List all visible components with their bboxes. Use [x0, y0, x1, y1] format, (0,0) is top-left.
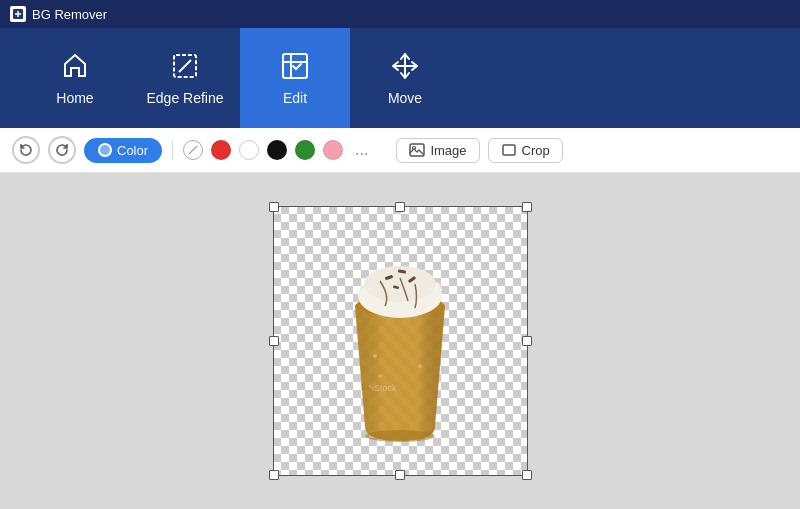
edge-refine-icon [169, 50, 201, 82]
app-icon [10, 6, 26, 22]
svg-rect-6 [503, 145, 515, 155]
nav-move-label: Move [388, 90, 422, 106]
image-button-label: Image [430, 143, 466, 158]
undo-button[interactable] [12, 136, 40, 164]
color-swatch-green[interactable] [295, 140, 315, 160]
more-colors-label: ... [355, 141, 368, 158]
redo-button[interactable] [48, 136, 76, 164]
svg-point-16 [418, 364, 422, 368]
color-button-label: Color [117, 143, 148, 158]
color-button-icon [98, 143, 112, 157]
edit-icon [279, 50, 311, 82]
more-colors-button[interactable]: ... [351, 139, 372, 161]
svg-point-14 [373, 354, 377, 358]
color-swatch-red[interactable] [211, 140, 231, 160]
nav-edit-label: Edit [283, 90, 307, 106]
nav-home[interactable]: Home [20, 28, 130, 128]
color-swatch-pink[interactable] [323, 140, 343, 160]
title-bar: BG Remover [0, 0, 800, 28]
svg-point-19 [365, 430, 435, 442]
home-icon [59, 50, 91, 82]
image-button[interactable]: Image [396, 138, 479, 163]
canvas-area: iStock [0, 173, 800, 509]
nav-home-label: Home [56, 90, 93, 106]
image-icon [409, 143, 425, 157]
svg-text:iStock: iStock [372, 383, 397, 393]
color-button[interactable]: Color [84, 138, 162, 163]
no-color-swatch[interactable] [183, 140, 203, 160]
crop-button[interactable]: Crop [488, 138, 563, 163]
nav-move[interactable]: Move [350, 28, 460, 128]
svg-rect-4 [410, 144, 424, 156]
nav-bar: Home Edge Refine Edit Move [0, 28, 800, 128]
nav-edge-refine-label: Edge Refine [146, 90, 223, 106]
nav-edit[interactable]: Edit [240, 28, 350, 128]
toolbar-divider-1 [172, 140, 173, 160]
svg-line-3 [189, 146, 197, 154]
toolbar: Color ... Image Crop [0, 128, 800, 173]
crop-button-label: Crop [522, 143, 550, 158]
coffee-cup-image: iStock [320, 226, 480, 456]
svg-rect-2 [283, 54, 307, 78]
color-swatch-black[interactable] [267, 140, 287, 160]
crop-icon [501, 143, 517, 157]
color-swatch-white[interactable] [239, 140, 259, 160]
svg-point-15 [379, 375, 382, 378]
move-icon [389, 50, 421, 82]
image-container: iStock [273, 206, 528, 476]
app-title: BG Remover [32, 7, 107, 22]
nav-edge-refine[interactable]: Edge Refine [130, 28, 240, 128]
